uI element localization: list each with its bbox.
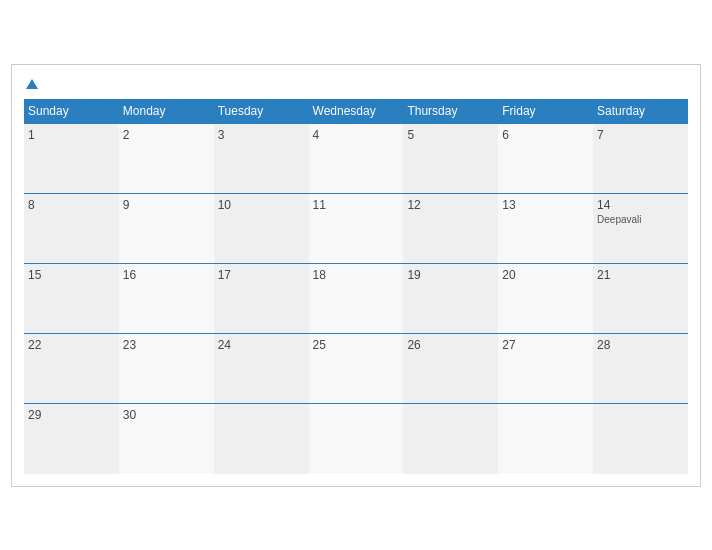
day-number: 20 [502,268,589,282]
weekday-wednesday: Wednesday [309,99,404,124]
calendar-grid: Sunday Monday Tuesday Wednesday Thursday… [24,99,688,474]
day-number: 1 [28,128,115,142]
day-number: 27 [502,338,589,352]
logo-blue-text [24,75,38,92]
calendar-day-cell: 18 [309,264,404,334]
calendar-week-row: 1234567 [24,124,688,194]
day-number: 8 [28,198,115,212]
day-number: 6 [502,128,589,142]
day-number: 25 [313,338,400,352]
calendar-day-cell: 2 [119,124,214,194]
day-number: 7 [597,128,684,142]
calendar-day-cell: 22 [24,334,119,404]
calendar-header-row: Sunday Monday Tuesday Wednesday Thursday… [24,99,688,124]
calendar-week-row: 891011121314Deepavali [24,194,688,264]
calendar-header [24,75,688,92]
day-number: 10 [218,198,305,212]
weekday-monday: Monday [119,99,214,124]
day-number: 15 [28,268,115,282]
calendar-day-cell: 30 [119,404,214,474]
calendar-day-cell: 9 [119,194,214,264]
day-number: 9 [123,198,210,212]
calendar-day-cell: 8 [24,194,119,264]
day-number: 17 [218,268,305,282]
day-number: 22 [28,338,115,352]
calendar-day-cell: 21 [593,264,688,334]
calendar-day-cell: 13 [498,194,593,264]
calendar-day-cell [403,404,498,474]
calendar-day-cell: 3 [214,124,309,194]
day-number: 16 [123,268,210,282]
logo [24,75,38,92]
logo-triangle-icon [26,79,38,89]
calendar-day-cell: 24 [214,334,309,404]
calendar-day-cell: 23 [119,334,214,404]
calendar-day-cell: 12 [403,194,498,264]
day-number: 24 [218,338,305,352]
weekday-saturday: Saturday [593,99,688,124]
calendar-day-cell: 4 [309,124,404,194]
calendar-day-cell: 19 [403,264,498,334]
calendar-week-row: 2930 [24,404,688,474]
day-number: 5 [407,128,494,142]
calendar-day-cell: 7 [593,124,688,194]
day-number: 26 [407,338,494,352]
calendar-day-cell: 17 [214,264,309,334]
day-number: 2 [123,128,210,142]
day-number: 4 [313,128,400,142]
calendar-day-cell [498,404,593,474]
day-number: 30 [123,408,210,422]
calendar-day-cell: 11 [309,194,404,264]
day-number: 3 [218,128,305,142]
calendar-body: 1234567891011121314Deepavali151617181920… [24,124,688,474]
calendar-day-cell: 6 [498,124,593,194]
calendar-day-cell: 26 [403,334,498,404]
day-number: 12 [407,198,494,212]
calendar-day-cell: 16 [119,264,214,334]
day-number: 18 [313,268,400,282]
weekday-tuesday: Tuesday [214,99,309,124]
weekday-friday: Friday [498,99,593,124]
day-number: 11 [313,198,400,212]
calendar-day-cell: 25 [309,334,404,404]
calendar-day-cell [309,404,404,474]
calendar-week-row: 22232425262728 [24,334,688,404]
calendar-day-cell: 27 [498,334,593,404]
day-number: 28 [597,338,684,352]
calendar-day-cell: 5 [403,124,498,194]
calendar-day-cell: 10 [214,194,309,264]
day-number: 23 [123,338,210,352]
weekday-sunday: Sunday [24,99,119,124]
calendar-day-cell: 1 [24,124,119,194]
calendar-day-cell: 15 [24,264,119,334]
calendar-container: Sunday Monday Tuesday Wednesday Thursday… [11,64,701,487]
day-number: 29 [28,408,115,422]
day-number: 19 [407,268,494,282]
calendar-day-cell: 14Deepavali [593,194,688,264]
calendar-day-cell: 20 [498,264,593,334]
calendar-day-cell [214,404,309,474]
day-number: 13 [502,198,589,212]
holiday-label: Deepavali [597,214,684,225]
day-number: 14 [597,198,684,212]
calendar-week-row: 15161718192021 [24,264,688,334]
calendar-day-cell [593,404,688,474]
calendar-day-cell: 29 [24,404,119,474]
weekday-thursday: Thursday [403,99,498,124]
calendar-day-cell: 28 [593,334,688,404]
day-number: 21 [597,268,684,282]
